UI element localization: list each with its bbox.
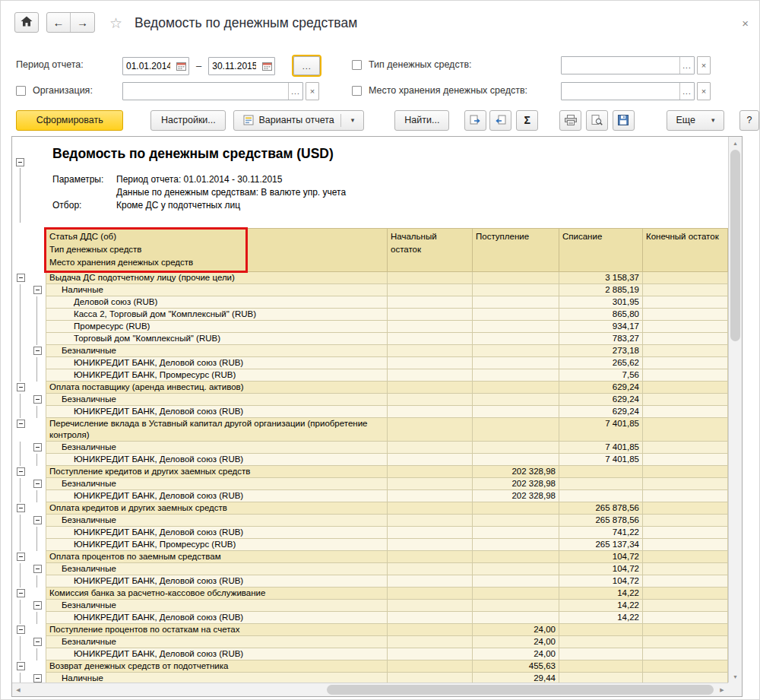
collapse-group-icon[interactable] — [33, 443, 42, 451]
row-value-income[interactable] — [473, 600, 559, 612]
row-value-opening[interactable] — [388, 660, 473, 673]
collapse-group-icon[interactable] — [33, 395, 42, 404]
row-value-closing[interactable] — [643, 466, 728, 478]
row-value-closing[interactable] — [643, 369, 728, 382]
row-value-income[interactable] — [473, 527, 559, 539]
collapse-group-icon[interactable] — [33, 674, 42, 683]
row-value-closing[interactable] — [643, 442, 728, 454]
home-button[interactable] — [14, 12, 39, 33]
row-value-closing[interactable] — [643, 454, 728, 466]
favorite-star-icon[interactable]: ☆ — [109, 14, 122, 32]
row-value-opening[interactable] — [388, 369, 473, 382]
place-clear-button[interactable]: × — [697, 82, 711, 100]
row-value-closing[interactable] — [643, 673, 728, 683]
row-value-income[interactable] — [473, 515, 559, 527]
preview-button[interactable] — [586, 110, 608, 131]
row-label[interactable]: Безналичные — [46, 636, 388, 648]
row-value-expense[interactable]: 104,72 — [559, 551, 643, 563]
collapse-group-icon[interactable] — [17, 553, 25, 561]
row-value-expense[interactable]: 783,27 — [559, 333, 643, 345]
generate-button[interactable]: Сформировать — [16, 110, 123, 131]
row-value-opening[interactable] — [388, 418, 473, 442]
row-value-income[interactable]: 29,44 — [473, 673, 559, 683]
row-value-income[interactable] — [473, 588, 559, 600]
row-value-income[interactable] — [473, 272, 559, 284]
row-value-expense[interactable]: 265 878,56 — [559, 502, 643, 515]
paste-settings-button[interactable] — [489, 110, 511, 131]
row-value-opening[interactable] — [388, 527, 473, 539]
row-label[interactable]: Деловой союз (RUB) — [46, 296, 388, 309]
row-value-expense[interactable] — [559, 648, 643, 660]
row-label[interactable]: Оплата поставщику (аренда инвестиц. акти… — [46, 382, 388, 394]
row-value-expense[interactable] — [559, 490, 643, 502]
forward-button[interactable]: → — [71, 13, 94, 32]
row-value-income[interactable]: 24,00 — [473, 648, 559, 660]
row-value-opening[interactable] — [388, 490, 473, 502]
scroll-down-icon[interactable]: ▼ — [729, 670, 742, 683]
row-value-opening[interactable] — [388, 406, 473, 418]
row-value-income[interactable]: 202 328,98 — [473, 466, 559, 478]
scroll-left-icon[interactable]: ◀ — [12, 683, 24, 696]
collapse-group-icon[interactable] — [33, 638, 42, 646]
row-value-income[interactable] — [473, 454, 559, 466]
collapse-group-icon[interactable] — [17, 589, 25, 597]
row-value-opening[interactable] — [388, 551, 473, 563]
horizontal-scrollbar[interactable]: ◀ ▶ — [12, 683, 728, 696]
row-value-expense[interactable]: 865,80 — [559, 309, 643, 321]
row-value-expense[interactable]: 14,22 — [559, 600, 643, 612]
row-value-expense[interactable]: 3 158,37 — [559, 272, 643, 284]
row-value-expense[interactable] — [559, 466, 643, 478]
row-label[interactable]: Возврат денежных средств от подотчетника — [46, 660, 388, 673]
collapse-header-icon[interactable] — [16, 158, 24, 166]
row-label[interactable]: ЮНИКРЕДИТ БАНК, Деловой союз (RUB) — [46, 454, 388, 466]
row-value-closing[interactable] — [643, 624, 728, 636]
row-value-opening[interactable] — [388, 357, 473, 369]
row-value-income[interactable]: 202 328,98 — [473, 478, 559, 490]
collapse-group-icon[interactable] — [17, 274, 25, 282]
row-value-opening[interactable] — [388, 478, 473, 490]
row-value-expense[interactable]: 2 885,19 — [559, 284, 643, 296]
org-checkbox[interactable] — [16, 86, 26, 96]
row-value-income[interactable] — [473, 382, 559, 394]
row-value-income[interactable]: 24,00 — [473, 624, 559, 636]
row-value-income[interactable]: 24,00 — [473, 636, 559, 648]
row-value-opening[interactable] — [388, 515, 473, 527]
back-button[interactable]: ← — [47, 13, 71, 32]
collapse-group-icon[interactable] — [17, 467, 25, 476]
row-value-expense[interactable] — [559, 660, 643, 673]
header-grouping-cell[interactable]: Статья ДДС (об) Тип денежных средств Мес… — [46, 228, 388, 272]
row-value-income[interactable] — [473, 539, 559, 551]
row-value-income[interactable] — [473, 406, 559, 418]
row-value-expense[interactable] — [559, 478, 643, 490]
row-value-opening[interactable] — [388, 272, 473, 284]
row-value-income[interactable] — [473, 394, 559, 406]
row-value-closing[interactable] — [643, 345, 728, 357]
row-value-opening[interactable] — [388, 284, 473, 296]
row-label[interactable]: Безналичные — [46, 600, 388, 612]
header-income[interactable]: Поступление — [473, 228, 559, 272]
row-label[interactable]: Безналичные — [46, 442, 388, 454]
row-label[interactable]: Безналичные — [46, 345, 388, 357]
row-value-opening[interactable] — [388, 600, 473, 612]
close-icon[interactable]: × — [742, 17, 749, 29]
row-value-opening[interactable] — [388, 333, 473, 345]
row-value-income[interactable] — [473, 357, 559, 369]
row-value-closing[interactable] — [643, 563, 728, 575]
row-value-opening[interactable] — [388, 648, 473, 660]
cash-type-select-button[interactable]: ... — [679, 57, 694, 74]
row-value-expense[interactable]: 273,18 — [559, 345, 643, 357]
row-value-closing[interactable] — [643, 660, 728, 673]
header-expense[interactable]: Списание — [559, 228, 643, 272]
row-value-expense[interactable]: 7 401,85 — [559, 442, 643, 454]
row-value-income[interactable] — [473, 345, 559, 357]
vertical-scrollbar[interactable]: ▲ ▼ — [728, 137, 742, 683]
row-value-expense[interactable]: 265,62 — [559, 357, 643, 369]
row-label[interactable]: ЮНИКРЕДИТ БАНК, Деловой союз (RUB) — [46, 527, 388, 539]
settings-button[interactable]: Настройки... — [150, 110, 226, 131]
row-value-closing[interactable] — [643, 357, 728, 369]
row-value-opening[interactable] — [388, 309, 473, 321]
vertical-scroll-thumb[interactable] — [730, 150, 740, 341]
cash-type-checkbox[interactable] — [352, 60, 362, 70]
row-value-closing[interactable] — [643, 600, 728, 612]
org-clear-button[interactable]: × — [306, 82, 319, 100]
